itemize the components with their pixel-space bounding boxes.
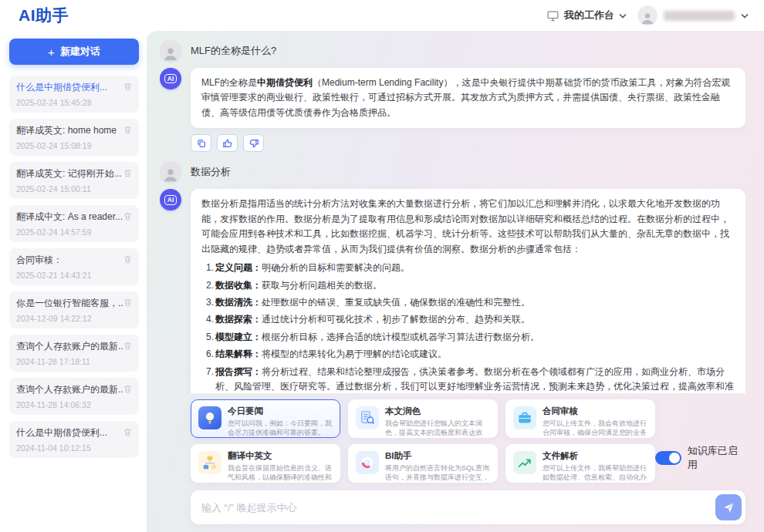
ai-text: MLF的全称是 xyxy=(201,77,257,88)
conversation-item[interactable]: 你是一位银行智能客服，... 2024-12-09 14:22:12 xyxy=(9,291,139,328)
trash-icon[interactable] xyxy=(123,427,133,437)
chat-input[interactable] xyxy=(201,502,709,513)
message-actions xyxy=(191,134,745,152)
conversation-time: 2024-11-28 14:06:32 xyxy=(16,400,132,409)
thumbs-down-button[interactable] xyxy=(243,134,264,152)
ai-message: AI MLF的全称是中期借贷便利（Medium-term Lending Fac… xyxy=(160,68,745,128)
card-desc: 您可以问我，例如：今日要闻，我会尽力提供准确和可靠的答案。 xyxy=(228,419,333,437)
conversation-item[interactable]: 合同审核： 2025-02-21 14:43:21 xyxy=(9,248,139,285)
step-item: 1.定义问题：明确分析的目标和需要解决的问题。 xyxy=(201,261,735,275)
conversation-title: 什么是中期借贷便利... xyxy=(16,426,123,439)
conversation-item[interactable]: 翻译成英文: 记得刚开始... 2025-02-24 15:00:11 xyxy=(9,162,139,199)
copy-icon xyxy=(196,138,207,149)
new-chat-label: 新建对话 xyxy=(60,45,100,59)
copy-button[interactable] xyxy=(191,134,211,152)
card-translate[interactable]: 翻译中英文 我会旨在保留原始信息的含义、语气和风格，以确保翻译的准确性和自然流畅… xyxy=(191,444,340,483)
toggle-switch[interactable] xyxy=(655,451,681,465)
thumbs-up-icon xyxy=(222,138,233,149)
trend-chart-icon xyxy=(513,451,536,474)
conversation-item[interactable]: 什么是中期借贷便利... 2024-11-04 10:12:15 xyxy=(9,421,139,458)
step-number: 7. xyxy=(201,365,215,393)
user-menu[interactable] xyxy=(637,5,749,25)
trash-icon[interactable] xyxy=(123,82,133,92)
ai-avatar: AI xyxy=(160,68,181,89)
card-desc: 将用户的自然语言转化为SQL查询语句，并直接与数据库进行交互，返回智能推荐的图表… xyxy=(385,463,490,483)
card-desc: 我会帮助您进行您输入的文本润色，提高文本的流畅度和表达效果。 xyxy=(385,419,490,438)
trash-icon[interactable] xyxy=(123,298,133,308)
ai-message-card: MLF的全称是中期借贷便利（Medium-term Lending Facili… xyxy=(191,68,745,128)
paper-plane-icon xyxy=(722,501,735,514)
user-avatar xyxy=(637,5,658,25)
step-number: 3. xyxy=(201,295,215,310)
conversation-item[interactable]: 查询个人存款账户的最新... 2024-11-28 14:06:32 xyxy=(9,378,139,415)
send-button[interactable] xyxy=(715,494,742,520)
top-bar: AI助手 我的工作台 xyxy=(0,0,764,31)
ai-badge: AI xyxy=(164,195,177,205)
chat-panel: MLF的全称是什么? AI MLF的全称是中期借贷便利（Medium-term … xyxy=(147,31,764,532)
thumbs-up-button[interactable] xyxy=(217,134,238,152)
conversation-title: 翻译成中文: As a reader... xyxy=(16,210,123,224)
conversation-item[interactable]: 翻译成英文: home home 2025-02-24 15:08:19 xyxy=(9,119,139,156)
ai-message: AI 数据分析是指用适当的统计分析方法对收集来的大量数据进行分析，将它们加以汇总… xyxy=(160,189,745,393)
conversation-time: 2025-02-24 15:08:19 xyxy=(16,141,132,150)
conversation-item[interactable]: 查询个人存款账户的最新... 2024-11-28 17:18:11 xyxy=(9,335,139,372)
card-text-polish[interactable]: 本文润色 我会帮助您进行您输入的文本润色，提高文本的流畅度和表达效果。 xyxy=(348,399,498,438)
step-text: 将分析过程、结果和结论整理成报告，供决策者参考。数据分析在各个领域都有广泛的应用… xyxy=(215,366,734,393)
conversation-time: 2024-11-04 10:12:15 xyxy=(16,443,132,453)
trash-icon[interactable] xyxy=(123,125,133,135)
card-body: 翻译中英文 我会旨在保留原始信息的含义、语气和风格，以确保翻译的准确性和自然流畅… xyxy=(228,451,333,476)
conversation-title: 你是一位银行智能客服，... xyxy=(16,297,123,310)
toggle-label: 知识库已启用 xyxy=(688,444,745,472)
translate-nodes-icon xyxy=(198,451,221,474)
card-file-parse[interactable]: 文件解析 您可以上传文件，我将帮助您进行如数据处理、信息检索、自动化办公等。 xyxy=(505,444,655,483)
card-today-news[interactable]: 今日要闻 您可以问我，例如：今日要闻，我会尽力提供准确和可靠的答案。 xyxy=(191,399,340,438)
conversation-list: 什么是中期借贷便利... 2025-02-24 15:45:28 翻译成英文: … xyxy=(9,69,139,458)
conversation-time: 2025-02-21 14:43:21 xyxy=(16,271,132,280)
trash-icon[interactable] xyxy=(123,168,133,178)
card-title: 本文润色 xyxy=(385,406,490,417)
step-label: 报告撰写： xyxy=(215,366,262,377)
conversation-time: 2024-12-09 14:22:12 xyxy=(16,314,132,323)
trash-icon[interactable] xyxy=(123,254,133,264)
conversation-time: 2025-02-24 14:57:59 xyxy=(16,227,132,237)
step-number: 6. xyxy=(201,347,215,362)
app: AI助手 我的工作台 + 新建对话 xyxy=(0,0,764,532)
card-body: 本文润色 我会帮助您进行您输入的文本润色，提高文本的流畅度和表达效果。 xyxy=(385,406,490,431)
trash-icon[interactable] xyxy=(123,384,133,394)
card-body: 今日要闻 您可以问我，例如：今日要闻，我会尽力提供准确和可靠的答案。 xyxy=(228,406,333,431)
user-avatar xyxy=(160,40,181,62)
new-chat-button[interactable]: + 新建对话 xyxy=(9,39,139,65)
workspace-label: 我的工作台 xyxy=(564,8,614,22)
workspace-menu[interactable]: 我的工作台 xyxy=(546,8,627,22)
step-text: 明确分析的目标和需要解决的问题。 xyxy=(262,262,410,273)
conversation-item[interactable]: 什么是中期借贷便利... 2025-02-24 15:45:28 xyxy=(9,76,139,113)
user-message-text: MLF的全称是什么? xyxy=(191,44,276,58)
conversation-time: 2025-02-24 15:45:28 xyxy=(16,98,132,107)
step-label: 模型建立： xyxy=(215,332,262,342)
username-redacted xyxy=(664,11,735,21)
toggle-knob xyxy=(669,453,680,463)
step-label: 结果解释： xyxy=(215,348,262,359)
step-item: 6.结果解释：将模型的结果转化为易于理解的结论或建议。 xyxy=(201,347,735,362)
card-bi-assistant[interactable]: BI助手 将用户的自然语言转化为SQL查询语句，并直接与数据库进行交互，返回智能… xyxy=(348,444,498,483)
trash-icon[interactable] xyxy=(123,211,133,221)
analysis-steps: 1.定义问题：明确分析的目标和需要解决的问题。 2.数据收集：获取与分析问题相关… xyxy=(201,261,735,393)
card-contract-review[interactable]: 合同审核 您可以上传文件，我会有效地进行合同审核，确保合同满足您的业务需求。 xyxy=(505,399,655,438)
briefcase-icon xyxy=(513,406,536,429)
trash-icon[interactable] xyxy=(123,341,133,351)
conversation-item[interactable]: 翻译成中文: As a reader... 2025-02-24 14:57:5… xyxy=(9,205,139,242)
knowledge-base-toggle[interactable]: 知识库已启用 xyxy=(655,444,745,472)
chevron-down-icon xyxy=(741,13,749,19)
user-avatar xyxy=(160,161,181,183)
card-desc: 您可以上传文件，我将帮助您进行如数据处理、信息检索、自动化办公等。 xyxy=(543,463,647,483)
conversation-title: 什么是中期借贷便利... xyxy=(16,81,123,94)
sidebar: + 新建对话 什么是中期借贷便利... 2025-02-24 15:45:28 … xyxy=(0,31,147,532)
step-number: 1. xyxy=(201,261,215,275)
conversation-title: 翻译成英文: home home xyxy=(16,124,123,137)
topbar-right: 我的工作台 xyxy=(546,5,749,25)
card-desc: 我会旨在保留原始信息的含义、语气和风格，以确保翻译的准确性和自然流畅。 xyxy=(228,463,333,483)
ai-text-bold: 中期借贷便利 xyxy=(257,77,313,88)
message-list: MLF的全称是什么? AI MLF的全称是中期借贷便利（Medium-term … xyxy=(160,37,745,393)
user-message: 数据分析 xyxy=(160,161,745,183)
thumbs-down-icon xyxy=(248,138,259,149)
